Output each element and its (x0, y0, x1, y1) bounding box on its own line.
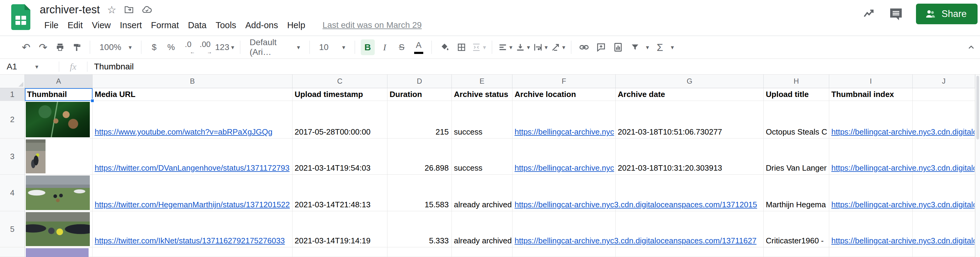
column-header-a[interactable]: A (25, 75, 92, 88)
bold-button[interactable]: B (361, 40, 375, 55)
number-format-button[interactable]: 123 ▾ (215, 40, 234, 55)
cell-F5[interactable]: https://bellingcat-archive.nyc3.cdn.digi… (512, 211, 616, 247)
cell-G2[interactable]: 2021-03-18T10:51:06.730277 (616, 101, 764, 138)
cell-B2[interactable]: https://www.youtube.com/watch?v=abRPaXgJ… (92, 101, 293, 138)
cell-H6[interactable] (764, 247, 829, 257)
select-all-corner[interactable] (0, 75, 25, 88)
cell-D1[interactable]: Duration (387, 88, 452, 101)
filter-button[interactable] (628, 40, 642, 55)
row-header-4[interactable]: 4 (0, 175, 25, 211)
cell-F1[interactable]: Archive location (512, 88, 616, 101)
menu-item-file[interactable]: File (40, 19, 63, 32)
cell-A4[interactable] (25, 175, 92, 211)
cell-I5[interactable]: https://bellingcat-archive.nyc3.cdn.digi… (829, 211, 913, 247)
row-header-5[interactable]: 5 (0, 211, 25, 247)
cell-H5[interactable]: Criticaster1960 - (764, 211, 829, 247)
fill-handle[interactable] (91, 99, 94, 103)
cell-A2[interactable] (25, 101, 92, 138)
share-button[interactable]: Share (916, 4, 978, 24)
insert-comment-button[interactable] (594, 40, 608, 55)
cell-D3[interactable]: 26.898 (387, 138, 452, 175)
menu-item-tools[interactable]: Tools (211, 19, 241, 32)
menu-item-insert[interactable]: Insert (115, 19, 146, 32)
functions-button[interactable]: Σ (653, 40, 667, 55)
move-folder-icon[interactable] (124, 5, 134, 15)
text-rotation-button[interactable]: ▾ (551, 40, 565, 55)
horizontal-align-button[interactable]: ▾ (498, 40, 512, 55)
cell-A3[interactable] (25, 138, 92, 175)
cell-B4[interactable]: https://twitter.com/HegemanMarthijn/stat… (92, 175, 293, 211)
cell-J4[interactable] (913, 175, 975, 211)
cell-A6[interactable] (25, 247, 92, 257)
cell-J2[interactable] (913, 101, 975, 138)
media-url-value[interactable]: https://twitter.com/DVanLangenhove/statu… (95, 163, 292, 173)
cell-F6[interactable] (512, 247, 616, 257)
undo-button[interactable]: ↶ (19, 40, 33, 55)
cell-C4[interactable]: 2021-03-14T21:48:13 (293, 175, 387, 211)
cell-G5[interactable] (616, 211, 764, 247)
chevron-down-icon[interactable]: ▾ (671, 44, 674, 51)
cell-G4[interactable] (616, 175, 764, 211)
font-family-select[interactable]: Default (Ari… ▾ (246, 40, 304, 55)
cell-J6[interactable] (913, 247, 975, 257)
archive-location-value[interactable]: https://bellingcat-archive.nyc (515, 163, 615, 173)
cell-H3[interactable]: Dries Van Langer (764, 138, 829, 175)
column-header-f[interactable]: F (512, 75, 616, 88)
column-header-h[interactable]: H (764, 75, 829, 88)
cell-I1[interactable]: Thumbnail index (829, 88, 913, 101)
media-url-value[interactable]: https://www.youtube.com/watch?v=abRPaXgJ… (95, 127, 292, 137)
text-color-button[interactable]: A (412, 40, 426, 55)
insert-link-button[interactable] (577, 40, 591, 55)
cell-D4[interactable]: 15.583 (387, 175, 452, 211)
row-header-1[interactable]: 1 (0, 88, 25, 101)
last-edit-link[interactable]: Last edit was on March 29 (323, 20, 422, 30)
media-url-value[interactable]: https://twitter.com/IkNet/status/1371162… (95, 236, 292, 246)
cell-D2[interactable]: 215 (387, 101, 452, 138)
cell-A5[interactable] (25, 211, 92, 247)
collapse-toolbar-button[interactable] (967, 36, 976, 59)
cell-E3[interactable]: success (452, 138, 512, 175)
insert-chart-button[interactable] (611, 40, 625, 55)
vertical-align-button[interactable]: ▾ (515, 40, 530, 55)
cell-B3[interactable]: https://twitter.com/DVanLangenhove/statu… (92, 138, 293, 175)
cell-H4[interactable]: Marthijn Hegema (764, 175, 829, 211)
cell-F2[interactable]: https://bellingcat-archive.nyc (512, 101, 616, 138)
menu-item-format[interactable]: Format (146, 19, 184, 32)
sheet-activity-icon[interactable] (862, 7, 876, 21)
cell-I2[interactable]: https://bellingcat-archive.nyc3.cdn.digi… (829, 101, 913, 138)
decrease-decimal-button[interactable]: .0 ← (181, 40, 195, 55)
menu-item-data[interactable]: Data (183, 19, 211, 32)
column-header-c[interactable]: C (293, 75, 387, 88)
star-icon[interactable]: ☆ (107, 5, 116, 15)
archive-location-value[interactable]: https://bellingcat-archive.nyc (515, 127, 615, 137)
cell-E4[interactable]: already archived (452, 175, 512, 211)
row-header-partial[interactable] (0, 247, 25, 257)
cell-C3[interactable]: 2021-03-14T19:54:03 (293, 138, 387, 175)
cell-C5[interactable]: 2021-03-14T19:14:19 (293, 211, 387, 247)
font-size-select[interactable]: 10 ▾ (315, 40, 349, 55)
column-header-j[interactable]: J (913, 75, 975, 88)
row-header-2[interactable]: 2 (0, 101, 25, 138)
redo-button[interactable]: ↷ (36, 40, 50, 55)
menu-item-edit[interactable]: Edit (63, 19, 88, 32)
menu-item-help[interactable]: Help (282, 19, 310, 32)
scrollbar-thumb[interactable] (976, 76, 979, 140)
cell-A1[interactable]: Thumbnail (25, 88, 92, 101)
column-header-i[interactable]: I (829, 75, 913, 88)
format-currency-button[interactable]: $ (147, 40, 161, 55)
cell-C6[interactable] (293, 247, 387, 257)
menu-item-view[interactable]: View (88, 19, 115, 32)
column-header-b[interactable]: B (92, 75, 293, 88)
borders-button[interactable] (455, 40, 468, 55)
strikethrough-button[interactable]: S (395, 40, 409, 55)
chevron-down-icon[interactable]: ▾ (646, 44, 649, 51)
format-percent-button[interactable]: % (164, 40, 178, 55)
text-wrap-button[interactable]: ▾ (533, 40, 548, 55)
fill-color-button[interactable] (438, 40, 452, 55)
cell-I4[interactable]: https://bellingcat-archive.nyc3.cdn.digi… (829, 175, 913, 211)
menu-item-add-ons[interactable]: Add-ons (240, 19, 282, 32)
cell-E6[interactable] (452, 247, 512, 257)
cell-C1[interactable]: Upload timestamp (293, 88, 387, 101)
cell-J3[interactable] (913, 138, 975, 175)
cloud-saved-icon[interactable] (142, 4, 152, 15)
